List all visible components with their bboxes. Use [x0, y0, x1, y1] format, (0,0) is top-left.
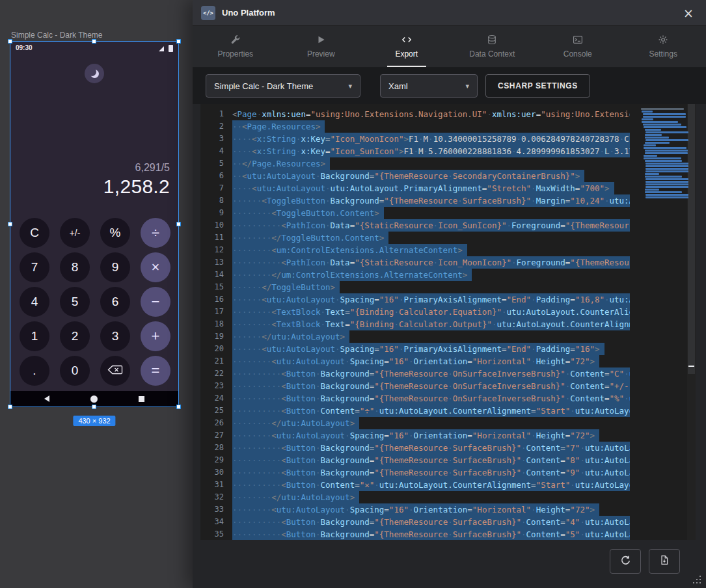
- code-line[interactable]: 10··········<PathIcon·Data="{StaticResou…: [200, 219, 696, 232]
- selection-handle-w[interactable]: [8, 222, 12, 226]
- key-equals[interactable]: =: [141, 356, 170, 386]
- code-icon: [401, 34, 412, 45]
- tab-export[interactable]: Export: [364, 26, 450, 67]
- code-line[interactable]: 16······<utu:AutoLayout·Spacing="16"·Pri…: [200, 293, 696, 306]
- code-line[interactable]: 35··········<Button·Background="{ThemeRe…: [200, 528, 696, 540]
- size-badge: 430 × 932: [73, 416, 115, 426]
- selection-handle-nw[interactable]: [8, 39, 12, 44]
- code-line[interactable]: 32········</utu:AutoLayout>: [200, 491, 696, 503]
- key-clear[interactable]: C: [20, 218, 49, 248]
- key-9[interactable]: 9: [100, 252, 130, 282]
- key-add[interactable]: +: [141, 321, 170, 351]
- line-number: 7: [200, 182, 224, 194]
- code-line[interactable]: 31··········<Button·Content="✕"·utu:Auto…: [200, 479, 696, 491]
- code-line[interactable]: 20······<utu:AutoLayout·Spacing="16"·Pri…: [200, 343, 696, 355]
- line-number: 23: [200, 380, 224, 392]
- export-file-button[interactable]: [649, 549, 680, 574]
- key-5[interactable]: 5: [60, 287, 90, 317]
- scrollbar-thumb[interactable]: [688, 104, 695, 374]
- close-button[interactable]: ×: [679, 4, 698, 22]
- line-number: 11: [200, 232, 224, 244]
- code-line[interactable]: 27········<utu:AutoLayout·Spacing="16"·O…: [200, 429, 696, 442]
- code-line[interactable]: 23··········<Button·Background="{ThemeRe…: [200, 380, 696, 392]
- key-1[interactable]: 1: [20, 321, 49, 351]
- code-line[interactable]: 5··</Page.Resources>: [200, 157, 696, 170]
- recents-button[interactable]: [139, 396, 144, 402]
- format-selector[interactable]: Xaml ▾: [380, 74, 478, 98]
- code-line[interactable]: 3····<x:String·x:Key="Icon_MoonIcon">F1·…: [200, 133, 696, 145]
- phone-preview[interactable]: 09:30 6,291/5 1,258.2 C+/-%÷789×456−123+…: [10, 42, 178, 407]
- key-dot[interactable]: .: [20, 356, 49, 386]
- code-line[interactable]: 17········<TextBlock·Text="{Binding·Calc…: [200, 306, 696, 318]
- line-number: 27: [200, 429, 224, 442]
- resize-grip[interactable]: [692, 574, 702, 585]
- export-toolbar: Simple Calc - Dark Theme ▾ Xaml ▾ CSHARP…: [193, 68, 706, 104]
- tab-label: Preview: [307, 49, 335, 59]
- tab-console[interactable]: Console: [535, 26, 621, 67]
- selection-handle-se[interactable]: [176, 405, 181, 409]
- key-3[interactable]: 3: [100, 321, 130, 351]
- back-button[interactable]: [44, 395, 49, 402]
- code-line[interactable]: 8······<ToggleButton·Background="{ThemeR…: [200, 194, 696, 207]
- code-line[interactable]: 21········<utu:AutoLayout·Spacing="16"·O…: [200, 355, 696, 368]
- code-line[interactable]: 24··········<Button·Background="{ThemeRe…: [200, 392, 696, 405]
- theme-toggle-button[interactable]: [85, 64, 104, 83]
- key-7[interactable]: 7: [20, 252, 49, 282]
- selection-handle-n[interactable]: [92, 39, 96, 44]
- key-plusminus[interactable]: +/-: [60, 218, 90, 248]
- line-number: 26: [200, 417, 224, 429]
- code-line[interactable]: 25··········<Button·Content="÷"·utu:Auto…: [200, 405, 696, 417]
- code-line[interactable]: 6··<utu:AutoLayout·Background="{ThemeRes…: [200, 170, 696, 182]
- tab-settings[interactable]: Settings: [621, 26, 706, 67]
- refresh-button[interactable]: [610, 549, 641, 574]
- code-line[interactable]: 14········</um:ControlExtensions.Alterna…: [200, 269, 696, 281]
- tab-label: Export: [395, 49, 418, 59]
- selection-handle-sw[interactable]: [8, 405, 12, 409]
- key-divide[interactable]: ÷: [141, 218, 170, 248]
- code-line[interactable]: 18········<TextBlock·Text="{Binding·Calc…: [200, 318, 696, 330]
- key-8[interactable]: 8: [60, 252, 90, 282]
- code-line[interactable]: 11········</ToggleButton.Content>: [200, 232, 696, 244]
- code-line[interactable]: 7····<utu:AutoLayout·utu:AutoLayout.Prim…: [200, 182, 696, 194]
- selection-handle-s[interactable]: [92, 405, 96, 409]
- minimap[interactable]: [641, 108, 686, 199]
- code-line[interactable]: 34··········<Button·Background="{ThemeRe…: [200, 516, 696, 528]
- code-lines[interactable]: 1<Page·xmlns:uen="using:Uno.Extensions.N…: [200, 104, 696, 540]
- csharp-settings-button[interactable]: CSHARP SETTINGS: [485, 74, 590, 98]
- tab-preview[interactable]: Preview: [278, 26, 364, 67]
- key-0[interactable]: 0: [60, 356, 90, 386]
- key-percent[interactable]: %: [100, 218, 130, 248]
- code-line[interactable]: 30··········<Button·Background="{ThemeRe…: [200, 466, 696, 479]
- code-line[interactable]: 28··········<Button·Background="{ThemeRe…: [200, 442, 696, 454]
- code-line[interactable]: 13··········<PathIcon·Data="{StaticResou…: [200, 256, 696, 269]
- line-number: 21: [200, 355, 224, 368]
- code-line[interactable]: 15······</ToggleButton>: [200, 281, 696, 293]
- editor-scrollbar[interactable]: [687, 104, 696, 540]
- code-line[interactable]: 12········<um:ControlExtensions.Alternat…: [200, 244, 696, 256]
- home-button[interactable]: [90, 395, 98, 403]
- key-4[interactable]: 4: [20, 287, 49, 317]
- code-line[interactable]: 1<Page·xmlns:uen="using:Uno.Extensions.N…: [200, 108, 696, 120]
- selection-handle-ne[interactable]: [176, 39, 181, 44]
- page-selector[interactable]: Simple Calc - Dark Theme ▾: [206, 74, 360, 98]
- code-line[interactable]: 33········<utu:AutoLayout·Spacing="16"·O…: [200, 503, 696, 516]
- tab-data-context[interactable]: Data Context: [450, 26, 536, 67]
- file-download-icon: [659, 555, 670, 568]
- key-6[interactable]: 6: [100, 287, 130, 317]
- line-number: 17: [200, 306, 224, 318]
- key-2[interactable]: 2: [60, 321, 90, 351]
- code-line[interactable]: 9········<ToggleButton.Content>: [200, 207, 696, 219]
- code-line[interactable]: 19······</utu:AutoLayout>: [200, 330, 696, 343]
- code-line[interactable]: 4····<x:String·x:Key="Icon_SunIcon">F1·M…: [200, 145, 696, 157]
- code-line[interactable]: 22··········<Button·Background="{ThemeRe…: [200, 368, 696, 380]
- code-line[interactable]: 26········</utu:AutoLayout>: [200, 417, 696, 429]
- code-line[interactable]: 2··<Page.Resources>: [200, 120, 696, 133]
- key-backspace[interactable]: [100, 356, 130, 386]
- tab-properties[interactable]: Properties: [193, 26, 278, 67]
- selection-handle-e[interactable]: [176, 222, 181, 226]
- line-number: 34: [200, 516, 224, 528]
- key-multiply[interactable]: ×: [141, 252, 170, 282]
- wrench-icon: [230, 34, 241, 45]
- code-line[interactable]: 29··········<Button·Background="{ThemeRe…: [200, 454, 696, 466]
- key-subtract[interactable]: −: [141, 287, 170, 317]
